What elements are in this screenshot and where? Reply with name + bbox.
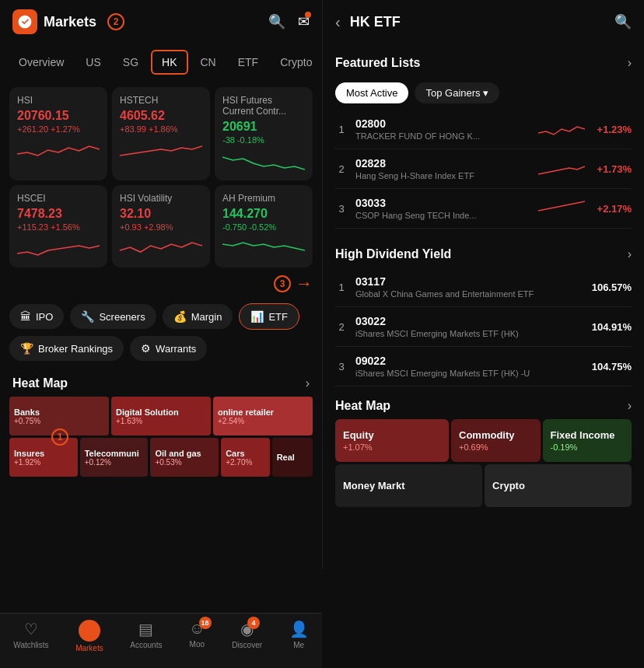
index-card-hscei[interactable]: HSCEI 7478.23 +115.23 +1.56% xyxy=(9,185,107,268)
bottom-nav: ♡ Watchlists ◎ Markets ▤ Accounts xyxy=(0,613,322,668)
annotation-badge-3: 3 xyxy=(274,275,291,292)
heatmap-cars[interactable]: Cars +2.70% xyxy=(221,438,269,477)
featured-stock-1[interactable]: 1 02800 TRACKER FUND OF HONG K... +1.23% xyxy=(335,110,632,149)
hdiv-stock-1[interactable]: 1 03117 Global X China Games and Enterta… xyxy=(335,268,632,307)
insures-pct: +1.92% xyxy=(14,458,73,467)
hsi-futures-name: HSI Futures Current Contr... xyxy=(222,95,305,117)
tab-crypto[interactable]: Crypto xyxy=(271,51,321,73)
hstech-change: +83.99 +1.86% xyxy=(120,124,202,134)
hdiv-2-code: 03022 xyxy=(355,315,577,327)
hscei-chart xyxy=(17,236,100,260)
heatmap-digital[interactable]: Digital Solution +1.63% xyxy=(111,397,211,435)
screeners-button[interactable]: 🔧 Screeners xyxy=(70,304,156,329)
telecom-pct: +0.12% xyxy=(85,458,144,467)
heatmap-fixed-income[interactable]: Fixed Income -0.19% xyxy=(543,419,632,462)
stock-3-rank: 3 xyxy=(335,203,348,215)
heatmap-online-retailer[interactable]: online retailer +2.54% xyxy=(213,397,313,435)
screeners-icon: 🔧 xyxy=(81,310,94,323)
commodity-pct: +0.69% xyxy=(459,442,533,452)
hdiv-2-rank: 2 xyxy=(335,321,348,333)
nav-markets[interactable]: ◎ Markets xyxy=(69,620,110,652)
hscei-change: +115.23 +1.56% xyxy=(17,222,100,232)
hsi-vol-value: 32.10 xyxy=(120,207,202,221)
telecom-name: Telecommuni xyxy=(85,449,144,458)
insures-name: Insures xyxy=(14,449,73,458)
hdiv-stock-2[interactable]: 2 03022 iShares MSCI Emerging Markets ET… xyxy=(335,307,632,347)
hdiv-3-rank: 3 xyxy=(335,361,348,372)
filter-row: Most Active Top Gainers ▾ xyxy=(335,76,632,110)
nav-watchlists[interactable]: ♡ Watchlists xyxy=(7,620,54,652)
heatmap-real[interactable]: Real xyxy=(272,438,313,477)
ipo-button[interactable]: 🏛 IPO xyxy=(9,304,64,329)
featured-stock-2[interactable]: 2 02828 Hang Seng H-Share Index ETF +1.7… xyxy=(335,149,632,189)
high-dividend-arrow[interactable]: › xyxy=(628,247,632,261)
tab-overview[interactable]: Overview xyxy=(9,51,73,73)
top-gainers-filter[interactable]: Top Gainers ▾ xyxy=(415,82,499,103)
discover-icon: ◉ 4 xyxy=(240,620,254,638)
most-active-filter[interactable]: Most Active xyxy=(335,82,408,103)
discover-label: Discover xyxy=(232,641,262,649)
right-search-button[interactable]: 🔍 xyxy=(614,13,632,30)
margin-icon: 💰 xyxy=(173,310,187,323)
mail-notification-dot xyxy=(305,12,311,18)
index-card-hsi-futures[interactable]: HSI Futures Current Contr... 20691 -38 -… xyxy=(215,87,313,180)
stock-2-rank: 2 xyxy=(335,163,348,175)
etf-button[interactable]: 📊 ETF xyxy=(239,303,299,330)
tab-cn[interactable]: CN xyxy=(191,51,226,73)
hsi-futures-chart xyxy=(222,149,305,173)
heatmap-left-arrow[interactable]: › xyxy=(306,376,310,390)
real-name: Real xyxy=(277,453,308,462)
heatmap-telecom[interactable]: Telecommuni +0.12% xyxy=(80,438,149,477)
heatmap-insures[interactable]: Insures +1.92% xyxy=(9,438,78,477)
tab-etf[interactable]: ETF xyxy=(229,51,268,73)
moo-label: Moo xyxy=(190,640,205,649)
nav-me[interactable]: 👤 Me xyxy=(283,620,315,652)
online-retailer-name: online retailer xyxy=(218,407,308,417)
heatmap-left-title: Heat Map xyxy=(12,376,68,390)
margin-button[interactable]: 💰 Margin xyxy=(163,304,233,329)
ah-premium-chart xyxy=(222,236,305,260)
stock-3-change: +2.17% xyxy=(593,203,632,215)
discover-badge: 4 xyxy=(247,617,260,629)
heatmap-commodity[interactable]: Commodity +0.69% xyxy=(451,419,541,462)
tab-us[interactable]: US xyxy=(76,51,110,73)
nav-discover[interactable]: ◉ 4 Discover xyxy=(226,620,268,652)
stock-1-code: 02800 xyxy=(355,117,530,130)
heatmap-right: Equity +1.07% Commodity +0.69% Fixed Inc… xyxy=(323,419,644,569)
commodity-name: Commodity xyxy=(459,429,533,441)
oil-gas-pct: +0.53% xyxy=(155,458,214,467)
hdiv-stock-3[interactable]: 3 09022 iShares MSCI Emerging Markets ET… xyxy=(335,347,632,386)
hstech-value: 4605.62 xyxy=(120,109,202,123)
nav-moo[interactable]: ☺ 18 Moo xyxy=(183,620,211,652)
hdiv-2-info: 03022 iShares MSCI Emerging Markets ETF … xyxy=(355,315,577,338)
index-card-hsi-vol[interactable]: HSI Volatility 32.10 +0.93 +2.98% xyxy=(112,185,210,268)
ah-premium-change: -0.750 -0.52% xyxy=(222,222,305,232)
index-card-hsi[interactable]: HSI 20760.15 +261.20 +1.27% xyxy=(9,87,107,180)
stock-2-info: 02828 Hang Seng H-Share Index ETF xyxy=(355,157,530,180)
heatmap-money-markt[interactable]: Money Markt xyxy=(335,464,482,507)
index-card-ah-premium[interactable]: AH Premium 144.270 -0.750 -0.52% xyxy=(215,185,313,268)
heatmap-crypto[interactable]: Crypto xyxy=(485,464,632,507)
broker-rankings-button[interactable]: 🏆 Broker Rankings xyxy=(9,336,124,361)
search-button[interactable]: 🔍 xyxy=(268,13,285,30)
back-button[interactable]: ‹ xyxy=(335,13,341,31)
tab-sg[interactable]: SG xyxy=(114,51,148,73)
tab-hk[interactable]: HK xyxy=(151,50,187,75)
fixed-income-pct: -0.19% xyxy=(551,442,625,452)
warrants-button[interactable]: ⚙ Warrants xyxy=(130,336,207,361)
accounts-label: Accounts xyxy=(130,641,162,649)
mail-button[interactable]: ✉ xyxy=(298,13,310,30)
online-retailer-pct: +2.54% xyxy=(218,417,308,425)
fixed-income-name: Fixed Income xyxy=(551,429,625,441)
nav-accounts[interactable]: ▤ Accounts xyxy=(124,620,168,652)
featured-lists-arrow[interactable]: › xyxy=(628,56,632,70)
heatmap-right-arrow[interactable]: › xyxy=(628,399,632,413)
accounts-icon: ▤ xyxy=(138,620,153,638)
featured-stock-3[interactable]: 3 03033 CSOP Hang Seng TECH Inde... +2.1… xyxy=(335,189,632,229)
heatmap-equity[interactable]: Equity +1.07% xyxy=(335,419,449,462)
me-icon: 👤 xyxy=(289,620,309,638)
screeners-label: Screeners xyxy=(99,311,145,323)
index-card-hstech[interactable]: HSTECH 4605.62 +83.99 +1.86% xyxy=(112,87,210,180)
heatmap-oil-gas[interactable]: Oil and gas +0.53% xyxy=(150,438,219,477)
hsi-value: 20760.15 xyxy=(17,109,100,123)
